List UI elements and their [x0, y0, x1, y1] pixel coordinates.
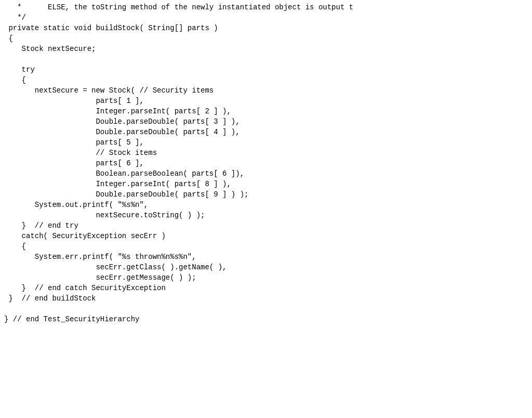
code-line: private static void buildStock( String[]…	[0, 23, 532, 33]
code-text: System.out.printf( "%s%n",	[4, 200, 148, 210]
code-text: {	[4, 75, 26, 85]
code-line: {	[0, 33, 532, 44]
code-text: */	[4, 12, 26, 23]
code-line: parts[ 6 ],	[0, 158, 532, 168]
code-text: Double.parseDouble( parts[ 9 ] ) );	[4, 189, 248, 200]
code-text: nextSecure = new Stock( // Security item…	[4, 85, 214, 96]
code-line: Double.parseDouble( parts[ 9 ] ) );	[0, 189, 532, 200]
code-line: // Stock items	[0, 148, 532, 158]
code-text: parts[ 5 ],	[4, 137, 144, 148]
code-text: secErr.getClass( ).getName( ),	[4, 262, 227, 272]
code-line: Stock nextSecure;	[0, 44, 532, 54]
code-line: parts[ 5 ],	[0, 137, 532, 148]
code-line: nextSecure.toString( ) );	[0, 210, 532, 220]
code-line: Integer.parseInt( parts[ 8 ] ),	[0, 179, 532, 189]
code-line: catch( SecurityException secErr )	[0, 231, 532, 241]
code-text: nextSecure.toString( ) );	[4, 210, 205, 220]
code-line: } // end buildStock	[0, 293, 532, 304]
code-line: secErr.getClass( ).getName( ),	[0, 262, 532, 272]
code-text: Double.parseDouble( parts[ 4 ] ),	[4, 127, 240, 137]
code-text: secErr.getMessage( ) );	[4, 272, 196, 283]
code-text: * ELSE, the toString method of the newly…	[4, 2, 353, 12]
code-text: {	[4, 33, 13, 44]
code-text: Integer.parseInt( parts[ 8 ] ),	[4, 179, 231, 189]
code-line: */	[0, 12, 532, 23]
code-line: try	[0, 64, 532, 75]
code-line: nextSecure = new Stock( // Security item…	[0, 85, 532, 96]
code-line	[0, 54, 532, 64]
code-text: System.err.printf( "%s thrown%n%s%n",	[4, 252, 196, 262]
code-text: // Stock items	[4, 148, 157, 158]
code-text: parts[ 1 ],	[4, 96, 144, 106]
code-text: private static void buildStock( String[]…	[4, 23, 218, 33]
code-text: } // end catch SecurityException	[4, 283, 166, 293]
code-line: * ELSE, the toString method of the newly…	[0, 2, 532, 12]
code-line	[0, 304, 532, 314]
code-line: Integer.parseInt( parts[ 2 ] ),	[0, 106, 532, 116]
code-text: Integer.parseInt( parts[ 2 ] ),	[4, 106, 231, 116]
code-line: } // end Test_SecurityHierarchy	[0, 314, 532, 324]
code-text: } // end try	[4, 220, 78, 231]
code-text: catch( SecurityException secErr )	[4, 231, 166, 241]
code-line: {	[0, 241, 532, 252]
code-line: {	[0, 75, 532, 85]
code-text: Double.parseDouble( parts[ 3 ] ),	[4, 116, 240, 127]
code-line: Double.parseDouble( parts[ 4 ] ),	[0, 127, 532, 137]
code-text: } // end Test_SecurityHierarchy	[4, 314, 139, 324]
code-line: } // end catch SecurityException	[0, 283, 532, 293]
code-line: Boolean.parseBoolean( parts[ 6 ]),	[0, 168, 532, 179]
code-text: } // end buildStock	[4, 293, 96, 304]
code-text: parts[ 6 ],	[4, 158, 144, 168]
code-viewer: * ELSE, the toString method of the newly…	[0, 0, 532, 418]
code-line: secErr.getMessage( ) );	[0, 272, 532, 283]
code-text: Boolean.parseBoolean( parts[ 6 ]),	[4, 168, 244, 179]
code-text: try	[4, 64, 35, 75]
code-text: Stock nextSecure;	[4, 44, 96, 54]
code-text: {	[4, 241, 26, 252]
code-line: System.err.printf( "%s thrown%n%s%n",	[0, 252, 532, 262]
code-line: Double.parseDouble( parts[ 3 ] ),	[0, 116, 532, 127]
code-line: } // end try	[0, 220, 532, 231]
code-line: parts[ 1 ],	[0, 96, 532, 106]
code-line: System.out.printf( "%s%n",	[0, 200, 532, 210]
